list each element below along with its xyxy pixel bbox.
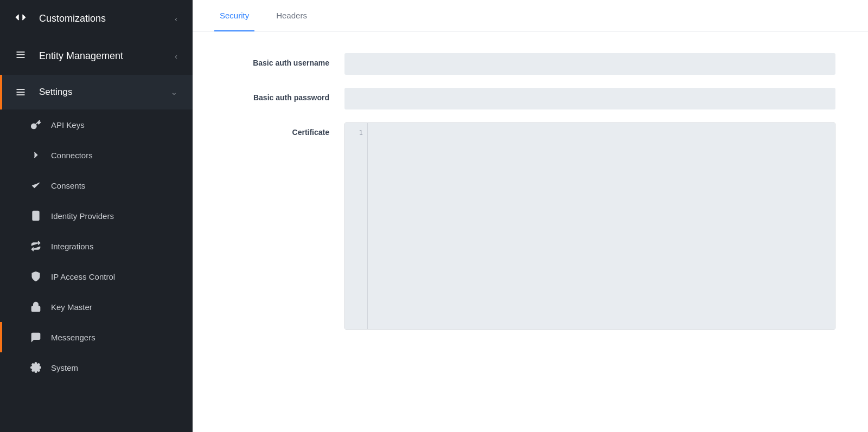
messengers-label: Messengers (51, 333, 95, 342)
identity-providers-icon (30, 210, 43, 221)
ip-access-control-label: IP Access Control (51, 272, 115, 281)
chevron-left-icon: ‹ (175, 15, 177, 23)
customizations-label: Customizations (39, 13, 175, 24)
line-numbers: 1 (345, 123, 368, 329)
code-icon (15, 12, 30, 25)
system-label: System (51, 363, 78, 372)
ip-access-control-icon (30, 271, 43, 282)
identity-providers-label: Identity Providers (51, 211, 114, 221)
form-area: Basic auth username Basic auth password … (193, 31, 868, 432)
basic-auth-username-label: Basic auth username (225, 53, 344, 67)
api-keys-label: API Keys (51, 120, 85, 130)
basic-auth-password-row: Basic auth password (225, 88, 835, 109)
messengers-icon (30, 332, 43, 343)
sidebar: Customizations ‹ Entity Management ‹ Set… (0, 0, 193, 432)
key-master-icon (30, 301, 43, 312)
sidebar-item-identity-providers[interactable]: Identity Providers (0, 201, 193, 231)
settings-icon (15, 87, 30, 98)
main-content: Security Headers Basic auth username Bas… (193, 0, 868, 432)
sidebar-item-settings[interactable]: Settings ⌄ (0, 75, 193, 109)
sidebar-item-connectors[interactable]: Connectors (0, 140, 193, 170)
certificate-label: Certificate (225, 122, 344, 137)
basic-auth-password-input[interactable] (344, 88, 835, 109)
integrations-label: Integrations (51, 242, 93, 251)
tab-headers[interactable]: Headers (271, 0, 312, 31)
sidebar-item-api-keys[interactable]: API Keys (0, 109, 193, 140)
certificate-container: 1 (344, 122, 835, 330)
consents-icon (30, 180, 43, 191)
svg-rect-8 (32, 306, 40, 311)
settings-chevron-icon: ⌄ (171, 88, 177, 96)
sidebar-item-system[interactable]: System (0, 352, 193, 383)
content-panel: Security Headers Basic auth username Bas… (193, 0, 868, 432)
chevron-left-icon-2: ‹ (175, 52, 177, 61)
api-keys-icon (30, 119, 43, 130)
sidebar-item-customizations[interactable]: Customizations ‹ (0, 0, 193, 37)
consents-label: Consents (51, 181, 85, 190)
certificate-textarea[interactable] (368, 123, 835, 329)
tab-security[interactable]: Security (214, 0, 254, 31)
key-master-label: Key Master (51, 302, 92, 312)
sidebar-item-consents[interactable]: Consents (0, 170, 193, 201)
tabs-bar: Security Headers (193, 0, 868, 31)
certificate-row: Certificate 1 (225, 122, 835, 330)
system-icon (30, 362, 43, 373)
sidebar-item-key-master[interactable]: Key Master (0, 292, 193, 322)
settings-label: Settings (39, 87, 171, 98)
sidebar-item-messengers[interactable]: Messengers (0, 322, 193, 352)
sidebar-item-integrations[interactable]: Integrations (0, 231, 193, 261)
entity-management-label: Entity Management (39, 50, 175, 62)
sidebar-item-ip-access-control[interactable]: IP Access Control (0, 261, 193, 292)
connectors-label: Connectors (51, 151, 93, 160)
sidebar-item-entity-management[interactable]: Entity Management ‹ (0, 37, 193, 75)
basic-auth-username-row: Basic auth username (225, 53, 835, 75)
basic-auth-password-label: Basic auth password (225, 88, 344, 102)
integrations-icon (30, 241, 43, 252)
basic-auth-username-input[interactable] (344, 53, 835, 75)
entity-management-icon (15, 49, 30, 63)
svg-rect-6 (33, 211, 39, 221)
connectors-icon (30, 150, 43, 160)
